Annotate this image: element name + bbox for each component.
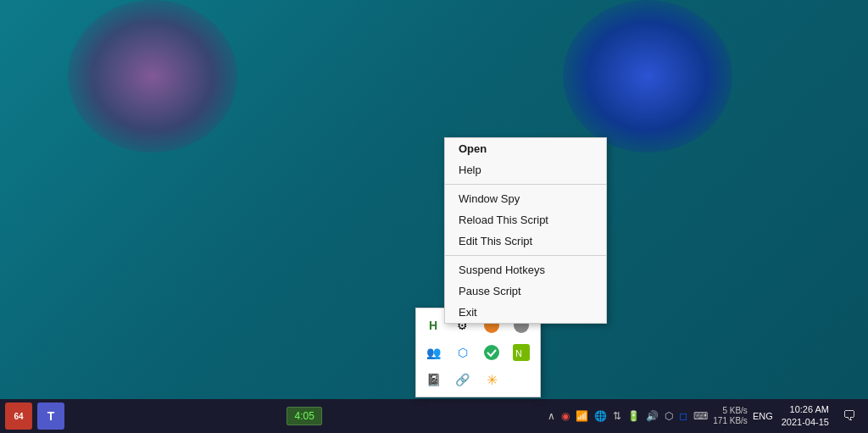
taskbar: 64 T 4:05 ∧ ◉ 📶 🌐 ⇅ 🔋 🔊 ⬡ ◻ ⌨: [0, 399, 868, 433]
clock-time: 10:26 AM: [782, 403, 829, 416]
tray-icon-bluetooth[interactable]: ⬡: [451, 341, 475, 364]
tray-icon-teams[interactable]: 👥: [421, 341, 445, 364]
menu-divider-1: [445, 184, 606, 185]
notification-button[interactable]: 🗨: [836, 401, 863, 431]
tray-icon-ahk[interactable]: H: [421, 314, 445, 337]
taskbar-center: 4:05: [68, 407, 541, 425]
taskbar-left: 64 T: [0, 401, 68, 431]
system-clock[interactable]: 10:26 AM 2021-04-15: [778, 403, 832, 430]
tray-circle-icon[interactable]: ◉: [559, 410, 571, 422]
tray-keyboard-icon[interactable]: ⌨: [692, 410, 709, 422]
tray-icon-nvidia[interactable]: N: [509, 341, 533, 364]
taskbar-right: ∧ ◉ 📶 🌐 ⇅ 🔋 🔊 ⬡ ◻ ⌨ 5 KB/s 171 KB/s ENG …: [541, 401, 868, 431]
tray-wifi-icon[interactable]: 📶: [574, 410, 590, 422]
tray-notification-area: ∧ ◉ 📶 🌐 ⇅ 🔋 🔊 ⬡ ◻ ⌨: [546, 410, 709, 422]
bulb-right-decoration: [563, 0, 732, 153]
menu-item-window-spy[interactable]: Window Spy: [445, 188, 606, 209]
ahk-icon: 64: [5, 402, 32, 430]
context-menu: Open Help Window Spy Reload This Script …: [444, 137, 607, 324]
tray-icon-star[interactable]: ✳: [480, 368, 504, 391]
teams-icon: T: [47, 409, 55, 423]
tray-network-icon[interactable]: 🌐: [593, 410, 609, 422]
tray-bluetooth2-icon[interactable]: ⬡: [663, 410, 675, 422]
menu-divider-2: [445, 255, 606, 256]
menu-item-suspend-hotkeys[interactable]: Suspend Hotkeys: [445, 259, 606, 280]
menu-item-exit[interactable]: Exit: [445, 302, 606, 323]
tray-icon-check[interactable]: [480, 341, 504, 364]
svg-point-2: [484, 345, 499, 360]
menu-item-edit-script[interactable]: Edit This Script: [445, 230, 606, 252]
tray-usb-icon[interactable]: ⇅: [611, 410, 623, 422]
tray-battery-icon[interactable]: 🔋: [626, 410, 642, 422]
desktop: Open Help Window Spy Reload This Script …: [0, 0, 868, 433]
notification-icon: 🗨: [843, 408, 856, 424]
network-upload: 5 KB/s: [713, 406, 748, 416]
network-info: 5 KB/s 171 KB/s: [713, 406, 748, 426]
network-download: 171 KB/s: [713, 416, 748, 426]
menu-item-reload-script[interactable]: Reload This Script: [445, 209, 606, 230]
taskbar-app-ahk[interactable]: 64: [3, 401, 34, 431]
tray-expand-icon[interactable]: ∧: [546, 410, 557, 422]
menu-item-pause-script[interactable]: Pause Script: [445, 280, 606, 302]
bulb-left-decoration: [68, 0, 237, 153]
language-label[interactable]: ENG: [751, 411, 775, 421]
tray-dropbox-icon[interactable]: ◻: [677, 410, 689, 422]
menu-item-open[interactable]: Open: [445, 138, 606, 159]
taskbar-app-teams[interactable]: T: [37, 402, 64, 430]
tray-icon-onenote[interactable]: 📓: [421, 368, 445, 391]
ahk-label: 64: [14, 412, 23, 421]
clock-date: 2021-04-15: [782, 416, 829, 429]
svg-text:N: N: [515, 348, 522, 358]
tray-sound-icon[interactable]: 🔊: [644, 410, 660, 422]
tray-icon-link[interactable]: 🔗: [451, 368, 475, 391]
clock-timer-button[interactable]: 4:05: [287, 407, 321, 425]
menu-item-help[interactable]: Help: [445, 159, 606, 180]
